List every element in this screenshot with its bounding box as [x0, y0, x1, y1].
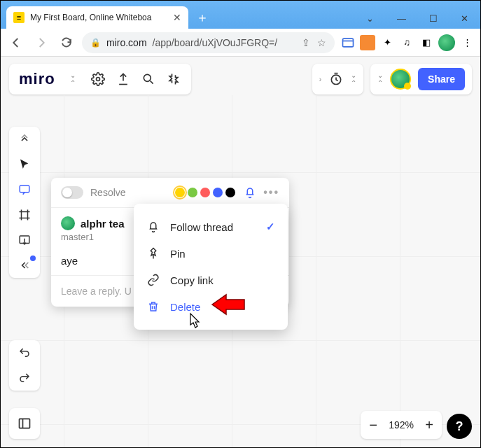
lock-icon: 🔒 [90, 38, 101, 48]
undo-icon[interactable] [16, 344, 33, 361]
color-black[interactable] [225, 188, 235, 197]
link-icon [146, 274, 160, 286]
help-button[interactable]: ? [447, 414, 472, 439]
url-path: /app/board/uXjVOuJFGRQ=/ [153, 37, 278, 48]
bell-icon [146, 220, 160, 233]
browser-toolbar: 🔒 miro.com/app/board/uXjVOuJFGRQ=/ ⇪ ☆ ✦… [1, 29, 480, 57]
extension-metamask-icon[interactable] [360, 35, 375, 50]
resolve-toggle[interactable] [61, 186, 83, 199]
app-toolbar-left: miro ⌄⌃ [9, 64, 191, 94]
color-red[interactable] [200, 188, 210, 197]
svg-rect-7 [20, 419, 30, 428]
cursor-pointer-icon [186, 312, 202, 330]
left-toolbar [9, 127, 40, 278]
minimap-toggle-icon[interactable] [9, 408, 40, 439]
window-maximize-icon[interactable]: ☐ [417, 8, 449, 29]
history-toolbar [9, 340, 40, 391]
svg-rect-0 [343, 38, 354, 47]
reply-placeholder: Leave a reply. U [61, 286, 132, 297]
timer-more-icon[interactable]: ⌄⌃ [351, 71, 356, 87]
window-close-icon[interactable]: ✕ [449, 8, 480, 29]
url-host: miro.com [106, 37, 147, 48]
menu-follow-label: Follow thread [170, 221, 233, 233]
menu-follow-thread[interactable]: Follow thread ✓ [134, 214, 288, 240]
pin-icon [146, 247, 160, 260]
timer-icon[interactable] [328, 71, 344, 87]
extensions: ✦ ♫ ◧ ⋮ [340, 34, 475, 51]
forward-button[interactable] [32, 33, 51, 52]
extension-translate-icon[interactable] [340, 35, 356, 50]
window-minimize-icon[interactable]: ― [386, 8, 417, 29]
plugin-icon[interactable] [166, 71, 181, 87]
zoom-controls: − 192% + [361, 411, 442, 439]
annotation-arrow-icon [211, 293, 246, 316]
extension-puzzle-icon[interactable]: ✦ [379, 35, 395, 50]
presence-more-icon[interactable]: ⌄⌃ [377, 71, 383, 87]
close-tab-icon[interactable]: ✕ [173, 12, 181, 23]
browser-tab[interactable]: ≡ My First Board, Online Whiteboa ✕ [6, 6, 188, 29]
menu-copy-label: Copy link [170, 274, 214, 286]
app-toolbar-right: ⌄⌃ Share [370, 64, 472, 94]
svg-rect-4 [20, 186, 29, 192]
frame-tool-icon[interactable] [16, 206, 33, 223]
address-bar[interactable]: 🔒 miro.com/app/board/uXjVOuJFGRQ=/ ⇪ ☆ [82, 32, 335, 53]
svg-marker-6 [212, 295, 244, 314]
window-titlebar: ≡ My First Board, Online Whiteboa ✕ ＋ ⌄ … [1, 1, 480, 29]
svg-point-1 [96, 78, 99, 81]
extension-panel-icon[interactable]: ◧ [419, 35, 434, 50]
color-picker: ••• [175, 186, 279, 199]
comment-author-avatar [61, 216, 75, 230]
miro-favicon: ≡ [13, 12, 25, 23]
comment-author-name: alphr tea [81, 218, 125, 230]
settings-gear-icon[interactable] [90, 71, 106, 87]
zoom-in-button[interactable]: + [422, 417, 436, 433]
comment-more-icon[interactable]: ••• [263, 186, 279, 199]
more-tools-icon[interactable] [16, 257, 33, 274]
color-yellow[interactable] [175, 188, 185, 197]
reload-button[interactable] [57, 33, 76, 52]
window-more-icon[interactable]: ⌄ [354, 8, 386, 29]
share-url-icon[interactable]: ⇪ [302, 37, 310, 48]
profile-avatar-icon[interactable] [438, 34, 455, 51]
trash-icon [146, 300, 160, 313]
select-tool-icon[interactable] [16, 156, 33, 173]
window-controls: ⌄ ― ☐ ✕ [354, 8, 480, 29]
star-icon[interactable]: ☆ [317, 37, 326, 48]
collapse-toolbar-icon[interactable] [16, 131, 33, 148]
menu-delete-label: Delete [170, 301, 200, 313]
export-icon[interactable] [116, 71, 131, 87]
board-menu-chevron-icon[interactable]: ⌄⌃ [65, 71, 81, 87]
new-tab-button[interactable]: ＋ [193, 8, 212, 27]
zoom-out-button[interactable]: − [366, 417, 380, 433]
color-blue[interactable] [213, 188, 223, 197]
svg-point-2 [144, 74, 151, 81]
zoom-level[interactable]: 192% [389, 419, 414, 430]
menu-pin[interactable]: Pin [134, 240, 288, 267]
user-avatar[interactable] [390, 69, 411, 90]
presentation-tool-icon[interactable] [16, 232, 33, 248]
timer-prev-icon[interactable]: › [319, 76, 321, 83]
bell-icon[interactable] [244, 186, 256, 199]
color-green[interactable] [188, 188, 197, 197]
bottom-left-toolbar [9, 408, 40, 439]
search-icon[interactable] [141, 71, 156, 87]
app-toolbar-mid: › ⌄⌃ [312, 64, 363, 94]
resolve-label: Resolve [90, 187, 126, 198]
comment-tool-icon[interactable] [16, 181, 33, 198]
redo-icon[interactable] [16, 370, 33, 386]
share-button[interactable]: Share [418, 68, 465, 90]
menu-pin-label: Pin [170, 248, 186, 260]
check-icon: ✓ [266, 220, 275, 233]
miro-logo[interactable]: miro [19, 70, 55, 88]
back-button[interactable] [6, 33, 26, 52]
browser-menu-icon[interactable]: ⋮ [459, 35, 475, 50]
extension-playlist-icon[interactable]: ♫ [399, 35, 414, 50]
tab-title: My First Board, Online Whiteboa [30, 13, 167, 22]
menu-copy-link[interactable]: Copy link [134, 267, 288, 293]
